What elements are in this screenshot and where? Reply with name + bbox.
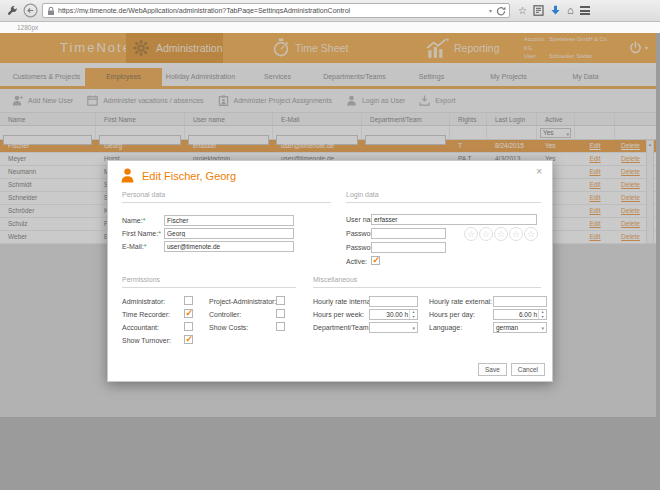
browser-chrome: https://my.timenote.de/WebApplication/ad… bbox=[0, 0, 660, 22]
back-button[interactable] bbox=[22, 3, 38, 18]
time-recorder-checkbox[interactable] bbox=[184, 309, 193, 318]
chevron-down-icon: ▾ bbox=[541, 324, 544, 333]
downloads-icon[interactable] bbox=[550, 5, 561, 16]
spinner-icon[interactable]: ▴▾ bbox=[409, 310, 417, 319]
language-select[interactable]: german ▾ bbox=[493, 322, 547, 333]
department-team-select[interactable]: ▾ bbox=[369, 322, 418, 333]
hourly-rate-external-label: Hourly rate external: bbox=[429, 298, 492, 305]
project-administrator-label: Project-Administrator: bbox=[209, 298, 276, 305]
bookmarks-sidebar-icon[interactable] bbox=[533, 5, 544, 16]
spinner-icon[interactable]: ▴▾ bbox=[538, 310, 546, 319]
hours-per-week-label: Hours per week: bbox=[313, 311, 364, 318]
screen: https://my.timenote.de/WebApplication/ad… bbox=[0, 0, 660, 490]
project-administrator-checkbox[interactable] bbox=[276, 296, 285, 305]
strength-star-icon: ☆ bbox=[479, 227, 493, 241]
urlbar-dropdown-icon[interactable]: ▾ bbox=[489, 7, 492, 14]
password-repetition-field[interactable] bbox=[371, 242, 446, 253]
section-permissions: Permissions bbox=[122, 276, 160, 283]
strength-star-icon: ☆ bbox=[524, 227, 538, 241]
first-name-label: First Name:* bbox=[122, 230, 161, 237]
url-text: https://my.timenote.de/WebApplication/ad… bbox=[58, 7, 489, 14]
hours-per-day-stepper[interactable]: 6.00 h ▴▾ bbox=[493, 309, 547, 320]
strength-star-icon: ☆ bbox=[464, 227, 478, 241]
reload-icon[interactable] bbox=[496, 6, 506, 16]
administrator-label: Administrator: bbox=[122, 298, 165, 305]
controller-label: Controller: bbox=[209, 311, 241, 318]
dialog-title: Edit Fischer, Georg bbox=[142, 170, 236, 182]
administrator-checkbox[interactable] bbox=[184, 296, 193, 305]
wrench-icon[interactable] bbox=[5, 5, 18, 17]
accountant-label: Accountant: bbox=[122, 324, 159, 331]
save-button[interactable]: Save bbox=[478, 363, 507, 376]
hours-per-week-stepper[interactable]: 30.00 h ▴▾ bbox=[369, 309, 418, 320]
edit-user-dialog: Edit Fischer, Georg × Personal data Name… bbox=[107, 160, 553, 382]
close-icon[interactable]: × bbox=[536, 166, 542, 177]
chevron-down-icon: ▾ bbox=[412, 324, 415, 333]
section-login-data: Login data bbox=[346, 191, 379, 198]
strength-star-icon: ☆ bbox=[494, 227, 508, 241]
first-name-field[interactable] bbox=[164, 228, 294, 239]
strength-star-icon: ☆ bbox=[509, 227, 523, 241]
url-bar[interactable]: https://my.timenote.de/WebApplication/ad… bbox=[42, 3, 510, 18]
show-costs-checkbox[interactable] bbox=[276, 322, 285, 331]
cancel-button[interactable]: Cancel bbox=[511, 363, 545, 376]
language-label: Language: bbox=[429, 324, 462, 331]
name-field[interactable] bbox=[164, 215, 294, 226]
user-name-field[interactable] bbox=[371, 214, 537, 225]
bookmark-star-icon[interactable]: ☆ bbox=[518, 6, 527, 16]
name-label: Name:* bbox=[122, 217, 145, 224]
hourly-rate-internal-label: Hourly rate internal: bbox=[313, 298, 374, 305]
password-strength-indicator: ☆ ☆ ☆ ☆ ☆ bbox=[464, 227, 538, 241]
password-field[interactable] bbox=[371, 228, 446, 239]
section-miscellaneous: Miscellaneous bbox=[313, 276, 357, 283]
show-costs-label: Show Costs: bbox=[209, 324, 248, 331]
active-checkbox[interactable] bbox=[371, 256, 380, 265]
section-personal-data: Personal data bbox=[122, 191, 165, 198]
time-recorder-label: Time Recorder: bbox=[122, 311, 170, 318]
controller-checkbox[interactable] bbox=[276, 309, 285, 318]
hours-per-day-label: Hours per day: bbox=[429, 311, 475, 318]
home-icon[interactable]: ⌂ bbox=[567, 5, 574, 16]
lock-icon bbox=[47, 6, 55, 16]
viewport-width-label: 1280px bbox=[0, 22, 660, 33]
hourly-rate-internal-field[interactable] bbox=[369, 296, 418, 307]
email-label: E-Mail:* bbox=[122, 243, 147, 250]
email-field[interactable] bbox=[164, 241, 294, 252]
user-icon bbox=[119, 167, 136, 188]
show-turnover-label: Show Turnover: bbox=[122, 337, 171, 344]
active-label: Active: bbox=[346, 258, 367, 265]
show-turnover-checkbox[interactable] bbox=[184, 335, 193, 344]
menu-icon[interactable] bbox=[580, 5, 590, 17]
hourly-rate-external-field[interactable] bbox=[493, 296, 547, 307]
accountant-checkbox[interactable] bbox=[184, 322, 193, 331]
department-team-label: Department/Team: bbox=[313, 324, 371, 331]
